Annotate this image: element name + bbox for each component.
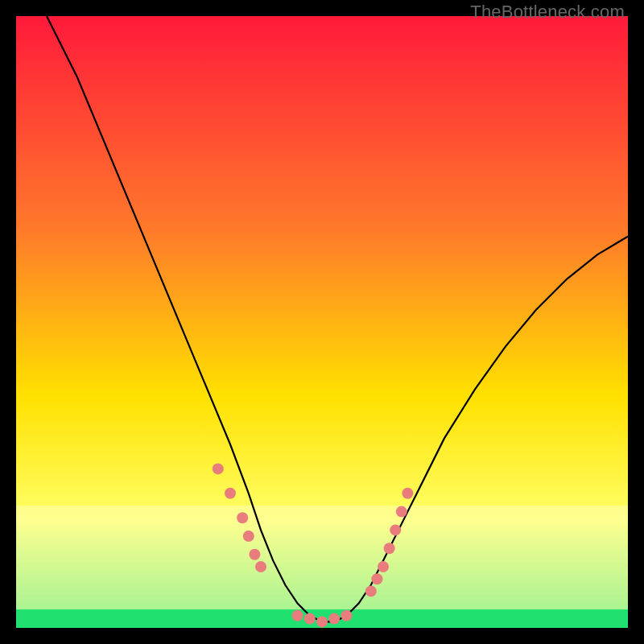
pale-band: [16, 506, 628, 609]
marker-dot: [249, 549, 260, 560]
marker-dot: [384, 543, 395, 554]
marker-dot: [225, 488, 236, 499]
marker-dot: [378, 561, 389, 572]
marker-dot: [316, 616, 328, 627]
marker-dot: [237, 512, 248, 523]
marker-dot: [255, 561, 266, 572]
marker-dot: [328, 613, 340, 625]
marker-dot: [365, 585, 377, 597]
marker-dot: [371, 573, 382, 584]
marker-dot: [402, 488, 413, 499]
marker-dot: [341, 610, 352, 621]
watermark-label: TheBottleneck.com: [470, 2, 625, 23]
marker-dot: [243, 530, 254, 542]
marker-dot: [396, 506, 407, 518]
bottleneck-chart: [16, 16, 628, 628]
marker-dot: [292, 610, 303, 621]
marker-dot: [304, 613, 316, 625]
marker-dot: [213, 463, 224, 474]
marker-dot: [390, 524, 401, 535]
chart-frame: [16, 16, 628, 628]
